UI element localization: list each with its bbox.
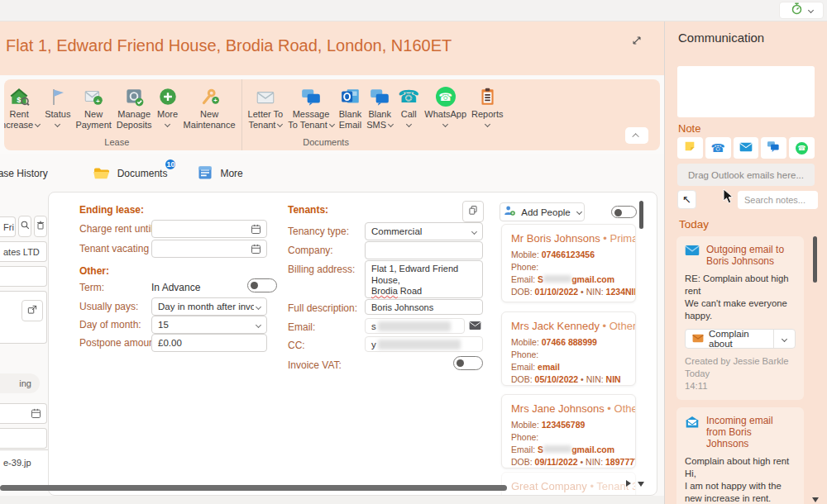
tenant-card[interactable]: Mrs Jane Johnsons • Other Mobile: 123456… bbox=[501, 394, 636, 468]
clipped-date-field-2[interactable] bbox=[0, 403, 47, 424]
usually-pays-select[interactable]: Day in month after invoice i... bbox=[151, 297, 267, 316]
page-title: Flat 1, Edward Friend House, Brodia Road… bbox=[6, 36, 452, 55]
ribbon-item-message-to-tenant[interactable]: MessageTo Tenant bbox=[285, 84, 337, 137]
ribbon-item-blank-sms[interactable]: BlankSMS bbox=[364, 84, 395, 137]
scroll-down-arrow-icon[interactable] bbox=[638, 482, 644, 487]
sidebar-scrollbar[interactable] bbox=[812, 235, 818, 504]
incoming-email-icon bbox=[685, 416, 700, 449]
log-message-button[interactable] bbox=[761, 137, 786, 159]
company-input[interactable] bbox=[365, 241, 483, 259]
tenant-card[interactable]: Mr Boris Johnsons • Primary T Mobile: 07… bbox=[501, 224, 636, 302]
open-window-icon bbox=[26, 304, 38, 317]
outlook-drop-zone[interactable]: Drag Outlook emails here... bbox=[677, 164, 815, 186]
search-notes-input[interactable] bbox=[738, 191, 818, 209]
svg-text:+: + bbox=[213, 97, 218, 104]
note-label: Note bbox=[678, 122, 700, 135]
log-email-button[interactable] bbox=[734, 137, 759, 159]
communication-list: Outgoing email to Boris Johnsons RE: Com… bbox=[676, 236, 804, 504]
send-email-button[interactable] bbox=[466, 318, 483, 334]
clipped-company-field[interactable]: ates LTD bbox=[0, 241, 47, 262]
trash-icon bbox=[36, 219, 45, 234]
ribbon-group-lease: $ RentIncrease Status + NewPayment bbox=[4, 79, 242, 150]
sidebar-title: Communication bbox=[678, 31, 764, 45]
scroll-right-arrow-icon[interactable] bbox=[626, 480, 631, 487]
cc-input[interactable]: y bbox=[365, 336, 483, 352]
tab-documents[interactable]: Documents 10 bbox=[93, 165, 168, 183]
envelope-icon bbox=[469, 319, 481, 334]
expand-button[interactable] bbox=[628, 33, 646, 51]
sticky-note-button[interactable] bbox=[677, 137, 703, 159]
tenant-card[interactable]: Mrs Jack Kennedy • Other Mobile: 07466 8… bbox=[501, 311, 636, 386]
ribbon-item-new-payment[interactable]: + NewPayment bbox=[73, 84, 113, 137]
search-button[interactable] bbox=[18, 216, 31, 237]
ribbon-item-reports[interactable]: Reports bbox=[469, 84, 506, 137]
tab-lease-history[interactable]: ease History bbox=[0, 168, 48, 179]
chevron-down-icon bbox=[256, 304, 261, 310]
delete-button[interactable] bbox=[34, 216, 47, 237]
tenant-list-scrollbar[interactable] bbox=[638, 197, 644, 488]
vacating-date-input[interactable] bbox=[151, 240, 267, 258]
charge-rent-until-input[interactable] bbox=[151, 220, 267, 238]
horizontal-scrollbar-thumb[interactable] bbox=[0, 485, 507, 491]
arrow-up-left-icon: ↖ bbox=[682, 193, 691, 206]
ribbon-item-new-maintenance[interactable]: + NewMaintenance bbox=[181, 84, 238, 137]
log-call-button[interactable]: ☎ bbox=[705, 137, 731, 159]
term-toggle[interactable] bbox=[247, 278, 277, 292]
sticky-note-icon bbox=[683, 140, 696, 156]
calendar-icon bbox=[250, 223, 262, 237]
ribbon-item-rent-increase[interactable]: $ RentIncrease bbox=[4, 84, 42, 137]
calendar-icon bbox=[250, 243, 262, 257]
log-whatsapp-button[interactable]: ☎ bbox=[789, 137, 815, 159]
letter-icon bbox=[255, 84, 276, 109]
chevron-down-icon bbox=[256, 322, 261, 328]
invoice-vat-toggle[interactable] bbox=[453, 356, 483, 370]
communication-entry[interactable]: Outgoing email to Boris Johnsons RE: Com… bbox=[676, 236, 804, 400]
postpone-amount-input[interactable]: £0.00 bbox=[151, 334, 267, 352]
clipped-empty-field-2[interactable] bbox=[0, 428, 47, 449]
term-value: In Advance bbox=[151, 282, 200, 293]
plus-circle-icon bbox=[157, 84, 179, 109]
message-bubbles-icon bbox=[299, 84, 323, 109]
ribbon-item-blank-email[interactable]: BlankEmail bbox=[337, 84, 365, 137]
clipped-date-field[interactable]: Fri bbox=[0, 216, 16, 237]
new-note-textarea[interactable] bbox=[677, 66, 815, 117]
full-description-input[interactable]: Boris Johnsons bbox=[365, 299, 483, 315]
scrollbar-thumb[interactable] bbox=[813, 236, 817, 283]
scroll-down-arrow-icon[interactable] bbox=[812, 497, 819, 502]
timer-button[interactable] bbox=[779, 2, 824, 19]
ribbon-item-whatsapp[interactable]: ☎ WhatsApp bbox=[422, 84, 469, 137]
tenancy-type-select[interactable]: Commercial bbox=[365, 222, 483, 240]
billing-address-textarea[interactable]: Flat 1, Edward Friend House, Brodia Road… bbox=[365, 260, 483, 298]
people-filter-toggle[interactable] bbox=[611, 206, 637, 218]
ribbon-item-status[interactable]: Status bbox=[42, 84, 73, 137]
billing-address-label: Billing address: bbox=[288, 264, 355, 275]
chevron-down-icon bbox=[471, 229, 477, 235]
copy-button[interactable] bbox=[462, 201, 484, 222]
clipped-empty-field[interactable] bbox=[0, 266, 47, 287]
ribbon-collapse-button[interactable] bbox=[625, 127, 648, 144]
ribbon-item-manage-deposits[interactable]: ManageDeposits bbox=[114, 84, 155, 137]
tab-more[interactable]: More bbox=[197, 164, 242, 183]
assign-note-button[interactable]: ↖ bbox=[677, 190, 696, 209]
category-dropdown-chevron[interactable] bbox=[773, 330, 795, 348]
postpone-amount-label: Postpone amount: bbox=[79, 337, 160, 349]
property-header: Flat 1, Edward Friend House, Brodia Road… bbox=[0, 21, 664, 75]
phone-icon: ☎ bbox=[710, 141, 724, 155]
open-window-button[interactable] bbox=[22, 300, 43, 321]
ribbon-item-call[interactable]: ☎ Call bbox=[395, 84, 422, 137]
tenant-card[interactable]: Great Company • Tenant 3 bbox=[501, 472, 636, 496]
ribbon-item-more-lease[interactable]: More bbox=[155, 84, 181, 137]
day-of-month-select[interactable]: 15 bbox=[151, 316, 267, 334]
svg-text:$: $ bbox=[17, 95, 22, 104]
category-split-button[interactable]: Complain about bbox=[685, 329, 796, 349]
email-input[interactable]: s bbox=[365, 318, 465, 334]
created-by-text: Created by Jessie Barkle Today14:11 bbox=[685, 355, 796, 392]
ribbon-item-letter-to-tenant[interactable]: Letter ToTenant bbox=[246, 84, 286, 137]
whatsapp-icon: ☎ bbox=[436, 84, 456, 109]
add-person-icon bbox=[503, 204, 516, 221]
communication-entry[interactable]: Incoming email from Boris Johnsons Compl… bbox=[676, 407, 804, 504]
bottom-strip bbox=[0, 496, 664, 504]
scrollbar-thumb[interactable] bbox=[639, 201, 643, 229]
chevron-down-icon bbox=[576, 209, 582, 215]
add-people-button[interactable]: Add People bbox=[500, 202, 585, 221]
